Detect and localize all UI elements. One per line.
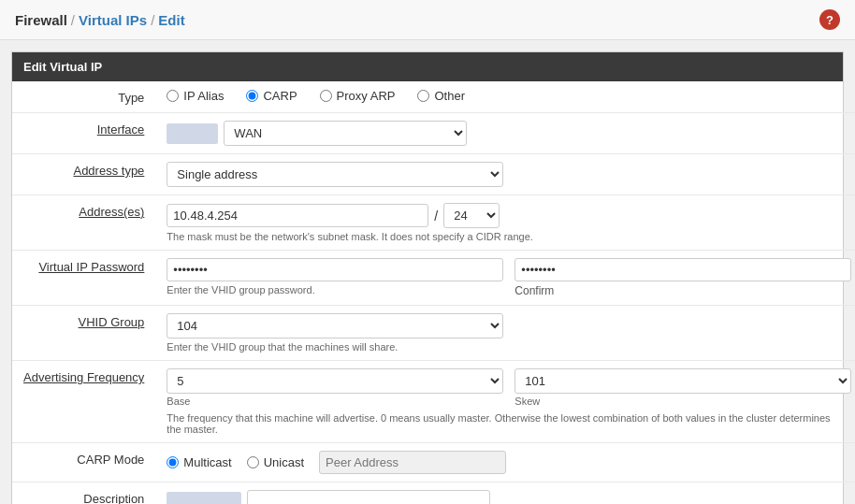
freq-skew-label: Skew xyxy=(514,396,851,407)
vip-password-confirm-label: Confirm xyxy=(514,284,851,297)
carp-mode-unicast-label: Unicast xyxy=(264,455,304,469)
carp-mode-unicast-radio[interactable] xyxy=(247,456,259,468)
type-proxy-arp[interactable]: Proxy ARP xyxy=(320,89,396,103)
address-type-link[interactable]: Address type xyxy=(73,164,144,178)
type-proxy-arp-label: Proxy ARP xyxy=(337,89,396,103)
password-col-left: Enter the VHID group password. xyxy=(167,258,503,297)
carp-mode-label: CARP Mode xyxy=(12,443,155,482)
breadcrumb-sep1: / xyxy=(71,12,75,28)
vhid-group-hint: Enter the VHID group that the machines w… xyxy=(167,341,851,353)
breadcrumb-edit[interactable]: Edit xyxy=(158,12,184,28)
interface-input-cell: WAN LAN xyxy=(155,113,855,154)
freq-skew-select[interactable]: 101 0 1 50 100 150 xyxy=(514,368,851,394)
address-control-row: / 24 25 26 27 28 29 30 32 xyxy=(167,203,851,228)
carp-mode-unicast[interactable]: Unicast xyxy=(247,455,304,469)
peer-address-input[interactable] xyxy=(319,451,506,474)
vhid-group-link[interactable]: VHID Group xyxy=(79,315,145,329)
breadcrumb: Firewall / Virtual IPs / Edit ? xyxy=(0,0,855,40)
addresses-input-cell: / 24 25 26 27 28 29 30 32 The mask must … xyxy=(155,195,855,251)
interface-row: Interface WAN LAN xyxy=(12,113,855,154)
description-input-cell: A description may be entered here for ad… xyxy=(155,482,855,505)
vhid-group-label: VHID Group xyxy=(12,306,155,361)
panel-title: Edit Virtual IP xyxy=(12,52,843,81)
vhid-group-select[interactable]: 104 100 101 102 103 105 xyxy=(167,313,503,338)
type-carp-radio[interactable] xyxy=(246,90,258,102)
carp-mode-input-cell: Multicast Unicast xyxy=(155,443,855,482)
carp-mode-multicast-radio[interactable] xyxy=(167,456,179,468)
cidr-select[interactable]: 24 25 26 27 28 29 30 32 xyxy=(443,203,500,228)
interface-label: Interface xyxy=(12,113,155,154)
addresses-row: Address(es) / 24 25 26 27 28 29 30 32 xyxy=(12,195,855,251)
type-ip-alias[interactable]: IP Alias xyxy=(167,89,224,103)
vip-password-label: Virtual IP Password xyxy=(12,251,155,306)
help-button[interactable]: ? xyxy=(819,9,840,30)
type-other-radio[interactable] xyxy=(417,90,429,102)
address-type-row: Address type Single address Network CIDR xyxy=(12,154,855,195)
freq-base-col: 5 1 2 3 4 Base xyxy=(167,368,503,407)
type-label: Type xyxy=(12,81,155,113)
vhid-group-input-cell: 104 100 101 102 103 105 Enter the VHID g… xyxy=(155,306,855,361)
type-input-cell: IP Alias CARP Proxy ARP Other xyxy=(155,81,855,113)
type-other[interactable]: Other xyxy=(417,89,465,103)
addresses-label: Address(es) xyxy=(12,195,155,251)
advertising-freq-link[interactable]: Advertising Frequency xyxy=(23,370,144,384)
description-blur xyxy=(167,492,241,505)
address-type-input-cell: Single address Network CIDR xyxy=(155,154,855,195)
type-radio-group: IP Alias CARP Proxy ARP Other xyxy=(167,89,851,103)
addresses-hint: The mask must be the network's subnet ma… xyxy=(167,231,851,242)
interface-control-row: WAN LAN xyxy=(167,121,851,146)
cidr-separator: / xyxy=(434,209,438,223)
description-row: Description A description may be entered… xyxy=(12,482,855,505)
edit-virtual-ip-panel: Edit Virtual IP Type IP Alias CARP xyxy=(11,51,844,504)
type-carp[interactable]: CARP xyxy=(246,89,297,103)
breadcrumb-virtual-ips[interactable]: Virtual IPs xyxy=(79,12,147,28)
vip-password-input[interactable] xyxy=(167,258,503,281)
carp-mode-multicast-label: Multicast xyxy=(183,455,231,469)
password-control-row: Enter the VHID group password. Confirm xyxy=(167,258,851,297)
description-input[interactable] xyxy=(247,490,490,504)
interface-blur xyxy=(167,123,218,144)
freq-base-select[interactable]: 5 1 2 3 4 xyxy=(167,368,503,394)
advertising-freq-label: Advertising Frequency xyxy=(12,361,155,443)
vip-password-hint: Enter the VHID group password. xyxy=(167,284,503,295)
freq-skew-col: 101 0 1 50 100 150 Skew xyxy=(514,368,851,407)
address-type-label: Address type xyxy=(12,154,155,195)
vip-password-input-cell: Enter the VHID group password. Confirm xyxy=(155,251,855,306)
type-carp-label: CARP xyxy=(263,89,297,103)
carp-mode-multicast[interactable]: Multicast xyxy=(167,455,231,469)
password-col-right: Confirm xyxy=(514,258,851,297)
freq-base-label: Base xyxy=(167,396,503,407)
freq-control-row: 5 1 2 3 4 Base 101 0 1 50 xyxy=(167,368,851,407)
type-other-label: Other xyxy=(434,89,465,103)
form-table: Type IP Alias CARP Proxy ARP xyxy=(12,81,855,504)
advertising-freq-row: Advertising Frequency 5 1 2 3 4 Base xyxy=(12,361,855,443)
breadcrumb-sep2: / xyxy=(151,12,154,28)
type-proxy-arp-radio[interactable] xyxy=(320,90,332,102)
breadcrumb-firewall: Firewall xyxy=(15,12,67,28)
advertising-freq-input-cell: 5 1 2 3 4 Base 101 0 1 50 xyxy=(155,361,855,443)
vip-password-row: Virtual IP Password Enter the VHID group… xyxy=(12,251,855,306)
address-input[interactable] xyxy=(167,204,428,227)
interface-select[interactable]: WAN LAN xyxy=(224,121,467,146)
addresses-link[interactable]: Address(es) xyxy=(79,205,144,219)
address-type-select[interactable]: Single address Network CIDR xyxy=(167,162,503,187)
type-ip-alias-label: IP Alias xyxy=(183,89,224,103)
advertising-freq-hint: The frequency that this machine will adv… xyxy=(167,412,840,435)
type-ip-alias-radio[interactable] xyxy=(167,90,179,102)
description-label: Description xyxy=(12,482,155,505)
carp-mode-row: CARP Mode Multicast Unicast xyxy=(12,443,855,482)
vhid-group-row: VHID Group 104 100 101 102 103 105 Enter… xyxy=(12,306,855,361)
description-control-row xyxy=(167,490,851,504)
interface-link[interactable]: Interface xyxy=(97,122,145,137)
vip-password-link[interactable]: Virtual IP Password xyxy=(38,260,144,274)
carp-mode-control-row: Multicast Unicast xyxy=(167,451,851,474)
vip-password-confirm-input[interactable] xyxy=(514,258,851,281)
type-row: Type IP Alias CARP Proxy ARP xyxy=(12,81,855,113)
